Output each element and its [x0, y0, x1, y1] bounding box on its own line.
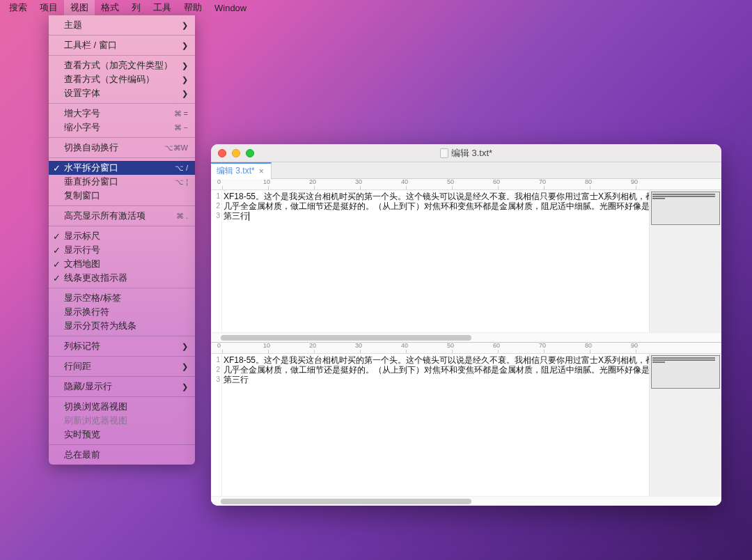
- menu-item[interactable]: 设置字体❯: [49, 86, 195, 100]
- ruler: 0102030405060708090: [211, 179, 721, 190]
- chevron-right-icon: ❯: [182, 75, 188, 84]
- line-number-gutter: 123: [211, 190, 222, 332]
- split-panes: 0102030405060708090 123 XF18-55。这个是我买这台相…: [211, 179, 721, 506]
- menu-item[interactable]: 复制窗口: [49, 189, 195, 203]
- menu-视图[interactable]: 视图: [64, 0, 95, 15]
- menu-列[interactable]: 列: [125, 0, 147, 15]
- menu-item[interactable]: 显示换行符: [49, 305, 195, 319]
- menubar: 搜索项目视图格式列工具帮助Window: [0, 0, 752, 15]
- menu-item[interactable]: 工具栏 / 窗口❯: [49, 38, 195, 52]
- menu-item[interactable]: ✓水平拆分窗口⌥ /: [49, 161, 195, 175]
- editor-window: 编辑 3.txt* 编辑 3.txt* × 010203040506070809…: [211, 144, 721, 506]
- document-map[interactable]: [649, 190, 721, 332]
- menu-item[interactable]: 高亮显示所有激活项⌘ .: [49, 209, 195, 223]
- menu-item[interactable]: ✓文档地图: [49, 257, 195, 271]
- menu-item: 刷新浏览器视图: [49, 414, 195, 428]
- menu-item[interactable]: 切换自动换行⌥⌘W: [49, 141, 195, 155]
- tab-close-icon[interactable]: ×: [258, 166, 265, 176]
- line-number-gutter: 123: [211, 354, 222, 496]
- chevron-right-icon: ❯: [182, 342, 188, 351]
- menu-item[interactable]: 实时预览: [49, 428, 195, 442]
- document-tab[interactable]: 编辑 3.txt* ×: [211, 162, 272, 179]
- chevron-right-icon: ❯: [182, 61, 188, 70]
- ruler: 0102030405060708090: [211, 343, 721, 354]
- menu-项目[interactable]: 项目: [33, 0, 64, 15]
- editor-pane-bottom: 0102030405060708090 123 XF18-55。这个是我买这台相…: [211, 343, 721, 506]
- editor-pane-top: 0102030405060708090 123 XF18-55。这个是我买这台相…: [211, 179, 721, 343]
- text-area[interactable]: XF18-55。这个是我买这台相机时买的第一个头。这个镜头可以说是经久不衰。我相…: [222, 190, 649, 332]
- document-icon: [440, 148, 448, 158]
- view-menu-dropdown: 主题❯工具栏 / 窗口❯查看方式（加亮文件类型）❯查看方式（文件编码）❯设置字体…: [49, 15, 195, 465]
- menu-item[interactable]: 显示空格/标签: [49, 291, 195, 305]
- menu-item[interactable]: 显示分页符为线条: [49, 319, 195, 333]
- menu-item[interactable]: 总在最前: [49, 448, 195, 462]
- menu-item[interactable]: 切换浏览器视图: [49, 400, 195, 414]
- menu-item[interactable]: 隐藏/显示行❯: [49, 380, 195, 394]
- chevron-right-icon: ❯: [182, 21, 188, 30]
- menu-搜索[interactable]: 搜索: [3, 0, 33, 15]
- horizontal-scrollbar[interactable]: [211, 496, 721, 506]
- menu-item[interactable]: 列标记符❯: [49, 339, 195, 353]
- menu-item[interactable]: 查看方式（文件编码）❯: [49, 72, 195, 86]
- menu-工具[interactable]: 工具: [147, 0, 178, 15]
- titlebar[interactable]: 编辑 3.txt*: [211, 144, 721, 162]
- chevron-right-icon: ❯: [182, 89, 188, 98]
- menu-item[interactable]: ✓线条更改指示器: [49, 271, 195, 285]
- menu-item[interactable]: ✓显示行号: [49, 243, 195, 257]
- menu-item[interactable]: 垂直拆分窗口⌥ ¦: [49, 175, 195, 189]
- menu-window[interactable]: Window: [208, 0, 253, 15]
- chevron-right-icon: ❯: [182, 382, 188, 391]
- horizontal-scrollbar[interactable]: [211, 332, 721, 342]
- menu-item[interactable]: 缩小字号⌘ −: [49, 120, 195, 134]
- text-area[interactable]: XF18-55。这个是我买这台相机时买的第一个头。这个镜头可以说是经久不衰。我相…: [222, 354, 649, 496]
- menu-格式[interactable]: 格式: [95, 0, 125, 15]
- document-map[interactable]: [649, 354, 721, 496]
- chevron-right-icon: ❯: [182, 41, 188, 50]
- chevron-right-icon: ❯: [182, 362, 188, 371]
- menu-item[interactable]: 主题❯: [49, 18, 195, 32]
- menu-item[interactable]: 增大字号⌘ =: [49, 107, 195, 120]
- window-title: 编辑 3.txt*: [211, 147, 721, 160]
- menu-帮助[interactable]: 帮助: [178, 0, 208, 15]
- tab-bar: 编辑 3.txt* ×: [211, 162, 721, 179]
- menu-item[interactable]: 行间距❯: [49, 359, 195, 373]
- tab-label: 编辑 3.txt*: [217, 165, 255, 177]
- menu-item[interactable]: ✓显示标尺: [49, 229, 195, 243]
- menu-item[interactable]: 查看方式（加亮文件类型）❯: [49, 59, 195, 72]
